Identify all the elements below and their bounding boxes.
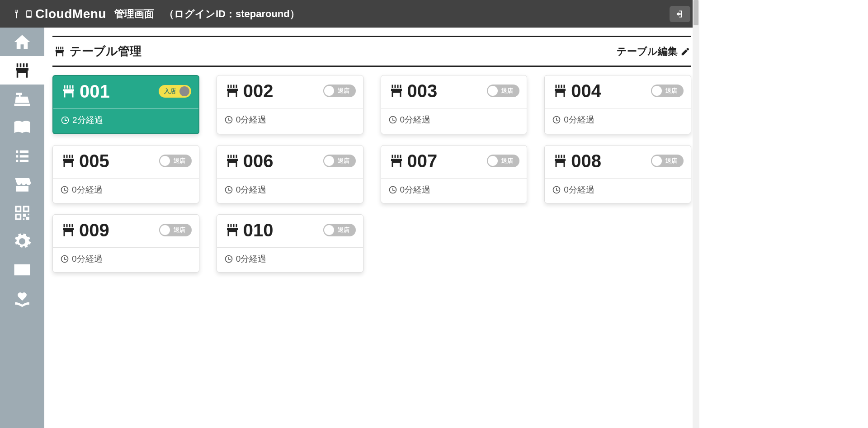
- header-title: 管理画面 （ログインID：steparound）: [114, 7, 300, 21]
- table-number: 004: [571, 82, 601, 100]
- chair-icon: [388, 83, 405, 99]
- clock-icon: [388, 115, 397, 124]
- sidebar-item-list[interactable]: [0, 141, 44, 170]
- table-card[interactable]: 001入店2分経過: [52, 75, 199, 134]
- status-toggle[interactable]: 退店: [651, 85, 684, 97]
- table-card-footer: 0分経過: [381, 108, 527, 133]
- table-card-footer: 2分経過: [53, 109, 198, 133]
- scrollbar-thumb[interactable]: [693, 0, 698, 25]
- clock-icon: [60, 254, 69, 263]
- sidebar-item-tables[interactable]: [0, 56, 44, 85]
- table-card-footer: 0分経過: [217, 108, 363, 133]
- toggle-label: 入店: [160, 87, 179, 95]
- sidebar-item-menu[interactable]: [0, 113, 44, 141]
- card-icon: [13, 260, 32, 279]
- toggle-knob: [488, 86, 498, 96]
- table-card[interactable]: 005退店0分経過: [52, 145, 199, 203]
- edit-icon: [680, 47, 690, 56]
- table-card-footer: 0分経過: [53, 248, 199, 272]
- chair-icon: [60, 153, 76, 169]
- book-icon: [13, 118, 32, 137]
- elapsed-time: 0分経過: [236, 114, 267, 126]
- sidebar-item-settings[interactable]: [0, 227, 44, 255]
- table-card-footer: 0分経過: [217, 248, 363, 272]
- clock-icon: [224, 115, 233, 124]
- gear-icon: [13, 232, 32, 251]
- elapsed-time: 0分経過: [72, 184, 103, 196]
- status-toggle[interactable]: 退店: [323, 85, 356, 97]
- sidebar-item-staff[interactable]: [0, 255, 44, 284]
- toggle-label: 退店: [498, 87, 518, 95]
- toggle-knob: [324, 86, 334, 96]
- table-card[interactable]: 003退店0分経過: [381, 75, 528, 134]
- clock-icon: [388, 185, 397, 194]
- sidebar-item-home[interactable]: [0, 28, 44, 56]
- chair-icon: [53, 45, 66, 58]
- logout-button[interactable]: [670, 6, 690, 22]
- status-toggle[interactable]: 退店: [159, 155, 192, 167]
- table-card-footer: 0分経過: [381, 179, 527, 203]
- clock-icon: [552, 115, 561, 124]
- table-card-footer: 0分経過: [545, 179, 691, 203]
- table-card-footer: 0分経過: [545, 108, 691, 133]
- toggle-label: 退店: [334, 226, 354, 234]
- table-card[interactable]: 008退店0分経過: [544, 145, 691, 203]
- table-number: 003: [407, 82, 438, 100]
- table-card[interactable]: 004退店0分経過: [544, 75, 691, 134]
- table-number: 001: [80, 82, 110, 100]
- status-toggle[interactable]: 退店: [159, 224, 192, 236]
- toggle-label: 退店: [662, 87, 682, 95]
- sidebar-item-support[interactable]: [0, 284, 44, 312]
- table-number: 010: [243, 221, 274, 239]
- toggle-label: 退店: [498, 157, 518, 165]
- home-icon: [13, 33, 32, 52]
- main-content: テーブル管理 テーブル編集 001入店2分経過002退店0分経過003退店0分経…: [44, 28, 699, 428]
- status-toggle[interactable]: 退店: [487, 85, 519, 97]
- sidebar-item-register[interactable]: [0, 85, 44, 113]
- table-number: 005: [79, 152, 109, 170]
- clock-icon: [60, 185, 69, 194]
- table-card-footer: 0分経過: [217, 179, 363, 203]
- table-card-header: 005退店: [53, 146, 199, 178]
- elapsed-time: 0分経過: [400, 114, 431, 126]
- table-card[interactable]: 002退店0分経過: [217, 75, 363, 134]
- chair-icon: [388, 153, 405, 169]
- edit-tables-button[interactable]: テーブル編集: [617, 45, 690, 58]
- table-card[interactable]: 009退店0分経過: [52, 214, 199, 273]
- table-number: 002: [243, 82, 274, 100]
- table-card[interactable]: 006退店0分経過: [217, 145, 363, 203]
- elapsed-time: 0分経過: [400, 184, 431, 196]
- qr-icon: [13, 203, 32, 222]
- chair-icon: [552, 153, 568, 169]
- edit-tables-label: テーブル編集: [617, 45, 678, 58]
- table-card-header: 009退店: [53, 215, 199, 247]
- sidebar-item-store[interactable]: [0, 170, 44, 198]
- table-card[interactable]: 010退店0分経過: [217, 214, 363, 273]
- chair-icon: [60, 222, 76, 238]
- sidebar-item-qr[interactable]: [0, 198, 44, 227]
- table-card-header: 001入店: [53, 76, 198, 108]
- status-toggle[interactable]: 退店: [651, 155, 684, 167]
- scrollbar[interactable]: [693, 0, 699, 428]
- chair-icon: [224, 222, 241, 238]
- toggle-knob: [488, 156, 498, 166]
- status-toggle[interactable]: 退店: [487, 155, 519, 167]
- elapsed-time: 0分経過: [72, 253, 103, 265]
- register-icon: [13, 89, 32, 108]
- chair-icon: [61, 83, 77, 99]
- logout-icon: [675, 9, 684, 19]
- table-number: 006: [243, 152, 274, 170]
- clock-icon: [224, 254, 233, 263]
- toggle-label: 退店: [170, 226, 190, 234]
- brand-name: CloudMenu: [35, 7, 106, 21]
- table-card[interactable]: 007退店0分経過: [381, 145, 528, 203]
- status-toggle[interactable]: 退店: [323, 224, 356, 236]
- status-toggle[interactable]: 退店: [323, 155, 356, 167]
- table-card-header: 002退店: [217, 75, 363, 108]
- toggle-knob: [179, 86, 189, 96]
- table-number: 009: [79, 221, 109, 239]
- chair-icon: [13, 61, 32, 80]
- status-toggle[interactable]: 入店: [159, 85, 191, 98]
- page-title: テーブル管理: [53, 43, 142, 59]
- table-card-header: 010退店: [217, 215, 363, 247]
